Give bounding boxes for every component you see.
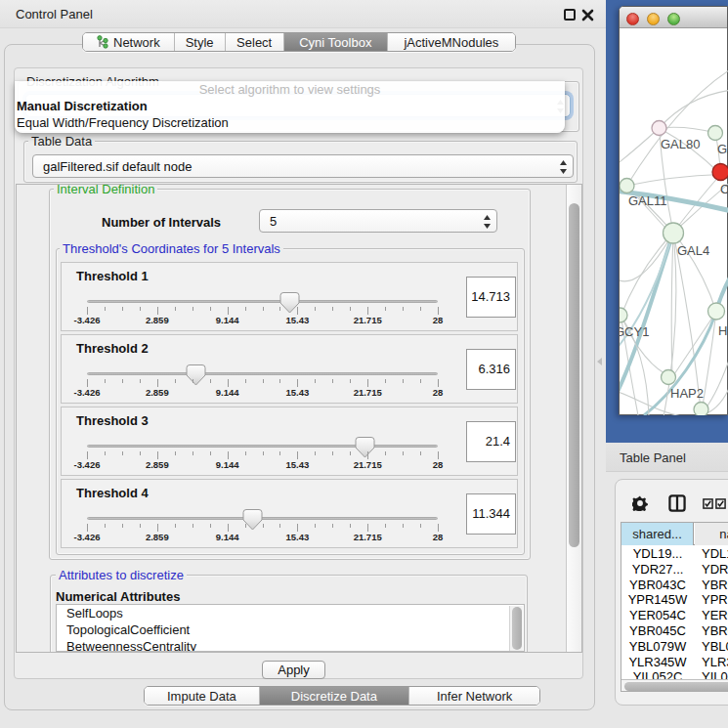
settings-scrollbar-thumb[interactable] [569, 203, 579, 547]
mode-tab-impute-data[interactable]: Impute Data [145, 687, 260, 705]
table-row[interactable]: YBR043CYBR04 [621, 578, 728, 593]
thresholds-group: Threshold's Coordinates for 5 Intervals … [56, 248, 525, 555]
float-window-icon[interactable] [564, 9, 576, 21]
network-node[interactable] [620, 308, 627, 322]
table-row[interactable]: YDL19...YDL19 [621, 546, 728, 562]
network-node[interactable] [708, 303, 725, 320]
slider-tick [367, 307, 368, 315]
cell-name: YBR04 [702, 578, 728, 593]
numerical-attributes-list[interactable]: SelfLoopsTopologicalCoefficientBetweenne… [56, 604, 525, 652]
slider-tick-label: 21.715 [354, 315, 382, 325]
table-card: shared... na YDL19...YDL19YDR27...YDR27Y… [615, 479, 728, 706]
network-node[interactable] [652, 121, 666, 136]
dropdown-item[interactable]: Manual Discretization [15, 98, 565, 114]
network-icon [97, 35, 108, 49]
split-divider-collapse-icon[interactable] [597, 358, 602, 365]
slider-tick-label: 28 [433, 532, 444, 542]
slider-track[interactable] [87, 300, 438, 303]
close-window-button[interactable] [626, 13, 639, 25]
network-window-titlebar[interactable] [620, 7, 727, 28]
table-data-combobox[interactable]: galFiltered.sif default node [32, 154, 574, 178]
tab-style[interactable]: Style [175, 33, 226, 51]
table-scrollbar-thumb[interactable] [624, 682, 728, 691]
slider-tick [367, 451, 368, 459]
checkbox-icon[interactable] [715, 498, 726, 509]
network-node[interactable] [620, 179, 634, 193]
threshold-value-text: 6.316 [478, 362, 510, 376]
network-view-window[interactable]: GAL80GACGAL11GAL4GCY1HHAP2 [619, 6, 728, 415]
column-header-name[interactable]: na [695, 523, 728, 545]
table-row[interactable]: YDR27...YDR27 [621, 562, 728, 578]
table-horizontal-scrollbar[interactable] [621, 679, 728, 692]
table-row[interactable]: YBR045CYBR04 [621, 623, 728, 639]
zoom-window-button[interactable] [667, 13, 680, 25]
slider-tick [175, 524, 176, 528]
table-row[interactable]: YPR145WYPR14 [621, 592, 728, 608]
slider-tick [140, 379, 141, 383]
slider-track[interactable] [87, 372, 438, 375]
slider-tick [332, 379, 333, 383]
network-edge[interactable] [627, 175, 721, 187]
slider-tick [332, 307, 333, 311]
threshold-label: Threshold 3 [76, 413, 149, 428]
network-node[interactable] [712, 164, 728, 181]
tab-select[interactable]: Select [226, 33, 284, 51]
slider-tick-label: -3.426 [74, 315, 101, 325]
checkbox-icon[interactable] [703, 498, 713, 509]
slider-tick [263, 451, 264, 455]
network-node[interactable] [708, 126, 723, 141]
network-node-label: GAL11 [628, 193, 667, 208]
slider-tick [122, 451, 123, 455]
minimize-window-button[interactable] [647, 13, 660, 25]
network-node-label: C [720, 182, 728, 196]
dropdown-item[interactable]: Equal Width/Frequency Discretization [15, 114, 565, 131]
split-view-icon[interactable] [668, 494, 686, 512]
slider-tick [315, 524, 316, 528]
threshold-value-field[interactable]: 11.344 [466, 493, 516, 535]
table-row[interactable]: YER054CYER05 [621, 608, 728, 623]
tab-cyni-toolbox[interactable]: Cyni Toolbox [284, 33, 388, 51]
network-node[interactable] [662, 370, 676, 385]
control-panel-title: Control Panel [16, 7, 93, 21]
mode-tab-infer-network[interactable]: Infer Network [409, 687, 539, 705]
network-node-label: H [718, 323, 727, 338]
attribute-list-item[interactable]: BetweennessCentrality [57, 638, 524, 652]
attributes-list-scrollbar[interactable] [509, 606, 523, 652]
table-row[interactable]: YBL079WYBL07 [621, 639, 728, 655]
slider-tick [228, 451, 229, 459]
apply-button[interactable]: Apply [262, 661, 325, 679]
network-edge[interactable] [672, 312, 716, 377]
network-edge[interactable] [660, 90, 728, 128]
threshold-value-field[interactable]: 14.713 [466, 277, 516, 318]
threshold-value-field[interactable]: 21.4 [466, 421, 516, 462]
attribute-list-item[interactable]: SelfLoops [57, 605, 524, 621]
network-node-label: GAL4 [677, 243, 709, 258]
cell-name: YDL19 [702, 546, 728, 562]
column-header-shared-name[interactable]: shared... [621, 523, 694, 545]
tab-jactivemnodules[interactable]: jActiveMNodules [388, 33, 515, 51]
gear-icon[interactable] [632, 495, 648, 511]
slider-tick [210, 451, 211, 455]
network-node[interactable] [664, 223, 684, 243]
table-row[interactable]: YLR345WYLR34 [621, 655, 728, 670]
tab-network[interactable]: Network [83, 33, 175, 51]
slider-tick [279, 524, 280, 528]
settings-vertical-scrollbar[interactable] [566, 185, 581, 652]
attribute-list-item[interactable]: TopologicalCoefficient [57, 621, 524, 638]
dropdown-placeholder-item[interactable]: Select algorithm to view settings [15, 81, 565, 98]
attributes-list-scrollbar-thumb[interactable] [512, 607, 522, 650]
network-canvas[interactable]: GAL80GACGAL11GAL4GCY1HHAP2 [620, 29, 728, 415]
close-icon[interactable] [581, 9, 594, 21]
slider-track[interactable] [87, 445, 438, 448]
interval-definition-group: Interval Definition Number of Intervals … [49, 189, 531, 560]
slider-tick [385, 451, 386, 455]
slider-tick [245, 307, 246, 311]
threshold-value-field[interactable]: 6.316 [466, 349, 516, 390]
mode-tab-discretize-data[interactable]: Discretize Data [260, 687, 409, 705]
slider-tick-labels: -3.4262.8599.14415.4321.71528 [87, 532, 438, 542]
network-node[interactable] [694, 403, 708, 416]
number-of-intervals-combobox[interactable]: 5 [259, 209, 497, 233]
slider-tick [279, 451, 280, 455]
slider-tick-labels: -3.4262.8599.14415.4321.71528 [87, 387, 438, 398]
slider-tick [105, 524, 106, 528]
